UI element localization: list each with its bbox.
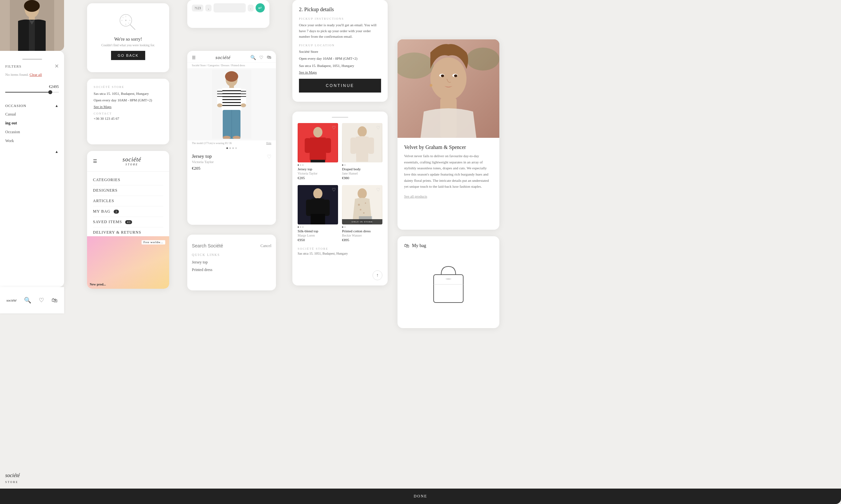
- model-size-note: The model (177cm) is wearing EU 36 Hide: [187, 141, 276, 146]
- grid-item-image-4[interactable]: ONLY IN STORE ♡: [342, 185, 382, 224]
- grid-item-designer-2: Jane Hansel: [342, 172, 382, 175]
- phone-icons-row: 🔍 ♡ 🛍: [250, 55, 271, 60]
- range-track[interactable]: [5, 92, 59, 92]
- svg-rect-28: [217, 91, 222, 92]
- bag-icon: 🛍: [404, 243, 409, 249]
- go-back-button[interactable]: GO BACK: [111, 51, 145, 60]
- hide-link[interactable]: Hide: [266, 142, 271, 145]
- pickup-maps-link[interactable]: See in Maps: [299, 70, 381, 74]
- bag-title: My bag: [412, 243, 426, 248]
- quick-link-2[interactable]: Printed dress: [192, 266, 271, 274]
- close-icon[interactable]: ✕: [54, 63, 59, 69]
- bottom-navigation: société 🔍 ♡ 🛍: [0, 287, 64, 313]
- filter-header: FILTERS ✕: [5, 63, 59, 69]
- menu-promo-area: New prod... Free worldw...: [87, 236, 169, 289]
- grid-item-image-3[interactable]: ♡: [298, 185, 338, 224]
- grid-item-name-3: Silk-blend top: [298, 229, 338, 233]
- menu-item-designers[interactable]: DESIGNERS: [93, 185, 163, 196]
- filter-item-work[interactable]: Work: [5, 138, 59, 144]
- grid-item-image-1[interactable]: ♡: [298, 123, 338, 162]
- wishlist-heart-icon[interactable]: ♡: [267, 154, 271, 160]
- filter-panel: FILTERS ✕ No items found. Clear all €249…: [0, 51, 64, 287]
- editorial-brand: Velvet by Graham & Spencer: [404, 144, 493, 150]
- filter-item-going-out[interactable]: ing out: [5, 120, 59, 127]
- continue-button[interactable]: CONTINUE: [299, 79, 381, 92]
- phone-heart-icon[interactable]: ♡: [259, 55, 263, 60]
- svg-point-47: [358, 126, 367, 137]
- grid-dots-4: [342, 227, 382, 228]
- svg-point-69: [441, 74, 444, 77]
- phone-search-icon[interactable]: 🔍: [250, 55, 256, 60]
- filter-item-casual[interactable]: Casual: [5, 111, 59, 118]
- grid-heart-1[interactable]: ♡: [332, 125, 336, 131]
- menu-item-saved-items[interactable]: SAVED ITEMS 43: [93, 217, 163, 228]
- grid-heart-4[interactable]: ♡: [376, 187, 380, 193]
- svg-rect-29: [217, 93, 222, 94]
- dot-1[interactable]: [226, 147, 228, 149]
- sorry-subtitle: Couldn't find what you were looking for.: [95, 43, 161, 47]
- key-123[interactable]: ?123: [192, 5, 203, 12]
- editorial-see-all-link[interactable]: See all products: [404, 194, 427, 198]
- range-thumb[interactable]: [48, 90, 52, 94]
- free-shipping-badge: Free worldw...: [142, 240, 165, 245]
- nav-search-icon[interactable]: 🔍: [24, 296, 31, 304]
- grid-item-price-3: €950: [298, 238, 338, 242]
- store-info-card: SOCIÉTÉ STORE Sas utca 15. 1051, Budapes…: [87, 79, 169, 144]
- svg-rect-30: [217, 96, 222, 97]
- editorial-card: Velvet by Graham & Spencer Velvet never …: [397, 39, 499, 230]
- search-card: Cancel QUICK LINKS Jersey top Printed dr…: [187, 235, 276, 290]
- key-enter[interactable]: ↵: [256, 3, 265, 13]
- store-maps-link[interactable]: See in Maps: [93, 105, 162, 109]
- bag-header: 🛍 My bag: [404, 243, 493, 249]
- svg-rect-20: [222, 90, 241, 91]
- svg-rect-25: [222, 105, 241, 106]
- key-period[interactable]: .: [248, 5, 254, 12]
- dot-4[interactable]: [235, 147, 237, 149]
- quick-link-1[interactable]: Jersey top: [192, 258, 271, 266]
- dot-2[interactable]: [229, 147, 231, 149]
- menu-item-my-bag[interactable]: MY BAG 3: [93, 206, 163, 217]
- menu-brand: sociétéSTORE: [101, 156, 163, 166]
- svg-point-70: [454, 74, 457, 77]
- filter-item-occasion[interactable]: Occasion: [5, 129, 59, 136]
- menu-hamburger-icon[interactable]: ☰: [93, 159, 97, 164]
- search-input[interactable]: [192, 243, 260, 248]
- grid-item-draped-body: ♡ Draped body Jane Hansel €980: [342, 123, 382, 180]
- svg-point-72: [430, 84, 432, 87]
- nav-bag-icon[interactable]: 🛍: [52, 297, 57, 304]
- editorial-content: Velvet by Graham & Spencer Velvet never …: [397, 138, 499, 205]
- scrollbar[interactable]: [22, 59, 42, 60]
- grid-heart-2[interactable]: ♡: [376, 125, 380, 131]
- model-photo-card: [0, 0, 64, 51]
- grid-item-name-2: Draped body: [342, 167, 382, 171]
- pickup-instructions-label: PICKUP INSTRUCTIONS: [299, 17, 381, 20]
- keyboard-row: ?123 , . ↵: [192, 3, 265, 13]
- menu-header: ☰ sociétéSTORE: [87, 151, 169, 172]
- grid-row-1: ♡ Jersey top Victoria Taylor €205: [298, 123, 382, 180]
- pickup-title: 2. Pickup details: [299, 6, 381, 13]
- key-comma[interactable]: ,: [205, 5, 211, 12]
- scroll-up-button[interactable]: ↑: [373, 270, 382, 280]
- svg-rect-44: [325, 138, 331, 153]
- svg-rect-31: [241, 91, 246, 92]
- svg-point-3: [24, 0, 40, 12]
- svg-point-57: [358, 204, 360, 206]
- product-name: Jersey top: [192, 154, 271, 159]
- grid-scrollbar[interactable]: [332, 117, 348, 118]
- clear-all-link[interactable]: Clear all: [30, 73, 42, 76]
- search-bar-row: Cancel: [192, 243, 271, 248]
- menu-item-articles[interactable]: ARTICLES: [93, 196, 163, 206]
- grid-item-printed-dress: ONLY IN STORE ♡ Printed cotton dress Bec…: [342, 185, 382, 242]
- search-cancel-button[interactable]: Cancel: [260, 244, 271, 248]
- key-space[interactable]: [213, 3, 246, 13]
- grid-item-name-1: Jersey top: [298, 167, 338, 171]
- menu-item-categories[interactable]: CATEGORIES: [93, 175, 163, 185]
- phone-bag-icon[interactable]: 🛍: [267, 55, 271, 60]
- phone-hamburger-icon[interactable]: ☰: [192, 55, 196, 60]
- nav-heart-icon[interactable]: ♡: [39, 296, 44, 304]
- grid-item-image-2[interactable]: ♡: [342, 123, 382, 162]
- filter-done-button[interactable]: DONE: [0, 489, 841, 504]
- no-results-text: No items found. Clear all: [5, 73, 59, 76]
- grid-heart-3[interactable]: ♡: [332, 187, 336, 193]
- dot-3[interactable]: [232, 147, 234, 149]
